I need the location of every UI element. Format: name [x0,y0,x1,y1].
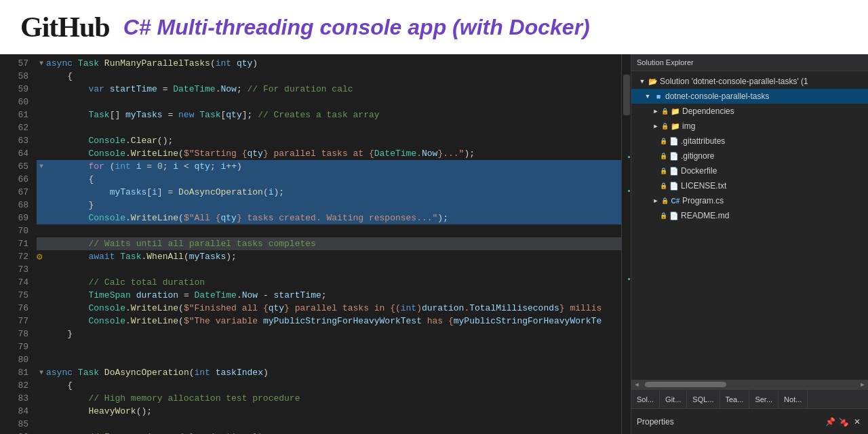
code-line-77: Console.WriteLine($"The variable myPubli… [37,315,621,328]
solution-icon: 📂 [648,76,658,87]
code-line-85 [37,418,621,431]
project-icon: ■ [653,91,664,102]
code-line-58: { [37,70,621,83]
tree-item-program-cs[interactable]: ► 🔒 C# Program.cs [631,193,868,208]
code-line-73 [37,263,621,276]
se-horizontal-scrollbar[interactable]: ◄ ► [631,380,868,389]
code-line-81: ▼ async Task DoAsyncOperation(int taskIn… [37,366,621,379]
code-line-57: ▼ async Task RunManyParallelTasks(int qt… [37,57,621,70]
expand-icon-img[interactable]: ► [650,121,661,132]
line-num-77: 77 [0,315,28,328]
line-num-82: 82 [0,379,28,392]
line-numbers: 57 58 59 60 61 62 63 64 65 66 67 68 69 7… [0,54,34,434]
code-area[interactable]: 57 58 59 60 61 62 63 64 65 66 67 68 69 7… [0,54,631,434]
tab-not[interactable]: Not... [778,390,808,409]
code-line-64: Console.WriteLine($"Starting {qty} paral… [37,147,621,160]
code-line-78: } [37,328,621,340]
file-icon-gitattributes: 📄 [669,136,679,146]
solution-tree[interactable]: ▼ 📂 Solution 'dotnet-console-parallel-ta… [631,71,868,380]
h-scroll-thumb [645,382,726,387]
tree-item-readme[interactable]: 🔒 📄 README.md [631,208,868,223]
line-num-76: 76 [0,302,28,315]
cs-icon-program: C# [670,195,681,206]
line-num-72: 72 [0,250,28,263]
tree-item-gitignore[interactable]: 🔒 📄 .gitignore [631,149,868,163]
tab-sql[interactable]: SQL... [687,390,719,409]
code-line-69: Console.WriteLine($"All {qty} tasks crea… [37,212,621,224]
file-icon-dockerfile: 📄 [669,165,679,176]
breakpoint-icon-72: ⚙ [37,252,46,262]
license-label: LICENSE.txt [681,181,726,191]
code-line-79 [37,340,621,353]
expand-icon-deps[interactable]: ► [650,106,661,117]
fold-icon-65[interactable]: ▼ [37,162,46,172]
line-num-71: 71 [0,237,28,250]
scroll-thumb [623,75,630,115]
tab-git[interactable]: Git... [660,390,687,409]
scroll-left-arrow[interactable]: ◄ [632,380,642,389]
main-container: 57 58 59 60 61 62 63 64 65 66 67 68 69 7… [0,54,868,434]
pin-down-icon[interactable]: 📌 [838,416,849,427]
tree-item-img[interactable]: ► 🔒 📁 img [631,119,868,134]
tree-item-dependencies[interactable]: ► 🔒 📁 Dependencies [631,104,868,119]
tree-item-solution[interactable]: ▼ 📂 Solution 'dotnet-console-parallel-ta… [631,74,868,89]
tree-item-project[interactable]: ▼ ■ dotnet-console-parallel-tasks [631,89,868,104]
tab-team[interactable]: Tea... [720,390,750,409]
line-num-85: 85 [0,418,28,431]
code-line-59: var startTime = DateTime.Now; // For dur… [37,83,621,96]
solution-explorer-header: Solution Explorer [631,54,868,71]
line-num-69: 69 [0,212,28,224]
lock-icon-img: 🔒 [661,123,669,130]
pin-icon[interactable]: 📌 [825,416,835,427]
project-label: dotnet-console-parallel-tasks [665,92,769,101]
line-num-74: 74 [0,276,28,289]
line-num-67: 67 [0,186,28,199]
scroll-right-arrow[interactable]: ► [858,380,867,389]
scroll-marker-1 [628,156,630,158]
header-title: C# Multi-threading console app (with Doc… [123,15,590,40]
github-logo: GitHub [20,11,110,43]
expand-icon-program[interactable]: ► [650,195,661,206]
solution-explorer-title: Solution Explorer [637,58,694,66]
code-line-86: // Force a 1 sec delay (optional) [37,431,621,434]
fold-icon-81[interactable]: ▼ [37,368,46,378]
code-line-61: Task[] myTasks = new Task[qty]; // Creat… [37,108,621,121]
code-line-70 [37,224,621,237]
dockerfile-label: Dockerfile [681,166,717,176]
expand-icon-solution[interactable]: ▼ [637,76,648,87]
line-num-57: 57 [0,57,28,70]
lock-icon-license: 🔒 [660,182,667,189]
line-num-59: 59 [0,83,28,96]
deps-label: Dependencies [682,106,734,116]
gitattributes-label: .gitattributes [681,136,725,146]
solution-label: Solution 'dotnet-console-parallel-tasks'… [660,77,808,86]
code-line-67: myTasks[i] = DoAsyncOperation(i); [37,186,621,199]
fold-icon-57[interactable]: ▼ [37,59,46,68]
scroll-marker-2 [628,190,630,192]
tab-server[interactable]: Ser... [749,390,778,409]
md-icon-readme: 📄 [669,210,679,221]
line-num-75: 75 [0,289,28,302]
code-line-76: Console.WriteLine($"Finished all {qty} p… [37,302,621,315]
program-cs-label: Program.cs [682,196,724,205]
code-line-63: Console.Clear(); [37,134,621,147]
code-line-83: // High memory allocation test procedure [37,392,621,405]
lock-icon-deps: 🔒 [661,108,669,115]
tree-item-license[interactable]: 🔒 📄 LICENSE.txt [631,178,868,193]
code-line-72: ⚙ await Task.WhenAll(myTasks); [37,250,621,263]
tree-item-dockerfile[interactable]: 🔒 📄 Dockerfile [631,163,868,178]
code-lines[interactable]: ▼ async Task RunManyParallelTasks(int qt… [34,54,621,434]
editor-vertical-scrollbar[interactable] [621,54,631,434]
tree-item-gitattributes[interactable]: 🔒 📄 .gitattributes [631,134,868,149]
expand-icon-project[interactable]: ▼ [642,91,653,102]
line-num-65: 65 [0,160,28,173]
header: GitHub C# Multi-threading console app (w… [0,0,868,54]
folder-icon-deps: 📁 [670,106,681,117]
properties-label: Properties [637,417,674,427]
line-num-73: 73 [0,263,28,276]
close-icon[interactable]: ✕ [852,416,863,427]
lock-icon-dockerfile: 🔒 [660,167,667,174]
tab-solution[interactable]: Sol... [631,390,660,409]
solution-explorer: Solution Explorer ▼ 📂 Solution 'dotnet-c… [631,54,868,389]
line-num-58: 58 [0,70,28,83]
